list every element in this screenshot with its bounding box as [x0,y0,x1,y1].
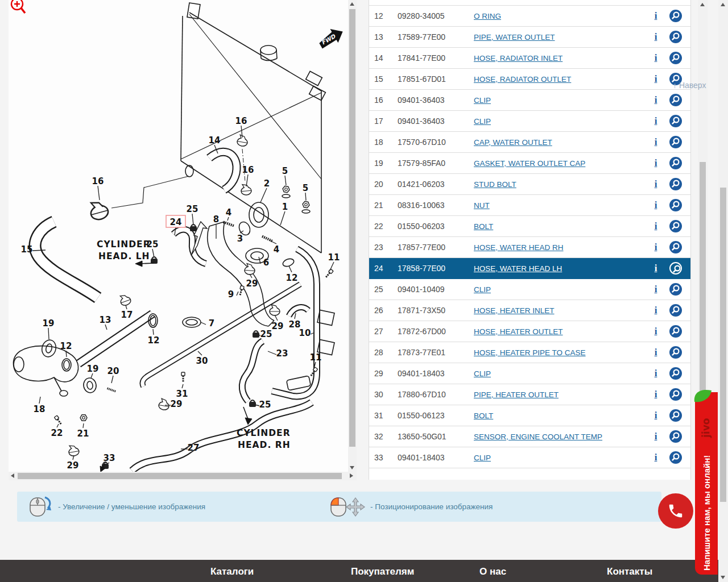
info-icon[interactable]: i [651,431,661,442]
table-row[interactable]: 13 17589-77E00 PIPE, WATER OUTLET i [369,27,690,48]
info-icon[interactable]: i [651,263,661,274]
part-name-link[interactable]: STUD BOLT [474,180,516,189]
table-row[interactable]: 31 01550-06123 BOLT i [369,405,690,426]
diagram-hscroll-thumb[interactable] [18,473,342,479]
part-name-link[interactable]: CLIP [474,285,491,294]
diagram-vscroll-thumb[interactable] [349,9,355,447]
magnifier-icon[interactable] [669,241,682,253]
part-name-link[interactable]: CLIP [474,96,491,105]
table-row[interactable]: 22 01550-06203 BOLT i [369,216,690,237]
scroll-down-arrow[interactable] [721,576,725,579]
part-name-link[interactable]: CAP, WATER OUTLET [474,138,552,147]
part-name-link[interactable]: BOLT [474,222,493,231]
info-icon[interactable]: i [651,284,661,295]
part-name-link[interactable]: BOLT [474,411,493,420]
magnifier-icon[interactable] [669,367,682,380]
magnifier-icon[interactable] [669,178,682,190]
diagram-horizontal-scrollbar[interactable] [9,472,357,480]
table-row[interactable]: 15 17851-67D01 HOSE, RADIATOR OUTLET i [369,69,690,90]
magnifier-icon[interactable] [669,115,682,127]
info-icon[interactable]: i [651,10,661,22]
part-name-link[interactable]: O RING [474,12,501,20]
info-icon[interactable]: i [651,52,661,64]
part-name-link[interactable]: HOSE, RADIATOR OUTLET [474,75,571,84]
info-icon[interactable]: i [651,178,661,190]
table-row[interactable]: 24 17858-77E00 HOSE, WATER HEAD LH i [369,258,690,279]
part-name-link[interactable]: PIPE, HEATER OUTLET [474,390,559,399]
part-name-link[interactable]: HOSE, HEATER INLET [474,306,555,315]
part-name-link[interactable]: HOSE, RADIATOR INLET [474,54,562,63]
magnifier-icon[interactable] [669,388,682,401]
magnifier-icon[interactable] [669,409,682,422]
table-row[interactable]: 17 09401-36403 CLIP i [369,111,690,132]
part-name-link[interactable]: CLIP [474,369,491,378]
magnifier-icon[interactable] [669,430,682,443]
table-row[interactable]: 12 09280-34005 O RING i [369,6,690,27]
scroll-left-arrow[interactable] [11,473,14,478]
parts-diagram-panel[interactable]: FWD [0,0,369,481]
table-row[interactable]: 29 09401-18403 CLIP i [369,363,690,384]
back-to-top-link[interactable]: ↑ Наверх [673,81,706,90]
info-icon[interactable]: i [651,136,661,148]
scroll-up-arrow[interactable] [350,2,354,6]
info-icon[interactable]: i [651,73,661,85]
table-row[interactable]: 23 17857-77E00 HOSE, WATER HEAD RH i [369,237,690,258]
table-row[interactable]: 33 09401-18403 CLIP i [369,447,690,468]
info-icon[interactable]: i [651,157,661,169]
jivo-chat-tab[interactable]: jivo Напишите нам, мы онлайн! [695,392,718,575]
scroll-right-arrow[interactable] [350,473,353,478]
magnifier-icon[interactable] [669,136,682,148]
part-name-link[interactable]: HOSE, HEATER OUTLET [474,327,563,336]
magnifier-icon[interactable] [669,94,682,106]
magnifier-icon[interactable] [669,262,682,275]
info-icon[interactable]: i [651,389,661,400]
table-row[interactable]: 21 08316-10063 NUT i [369,195,690,216]
scroll-up-arrow[interactable] [700,3,705,6]
scroll-up-arrow[interactable] [721,3,725,6]
table-row[interactable]: 18 17570-67D10 CAP, WATER OUTLET i [369,132,690,153]
magnifier-icon[interactable] [669,199,682,211]
part-name-link[interactable]: HOSE, WATER HEAD LH [474,264,562,273]
part-name-link[interactable]: HOSE, WATER HEAD RH [474,243,564,252]
page-vertical-scrollbar[interactable] [718,0,728,582]
info-icon[interactable]: i [651,242,661,253]
magnifier-icon[interactable] [669,157,682,169]
footer-link[interactable]: Покупателям [351,566,414,577]
magnifier-icon[interactable] [669,346,682,359]
magnifier-icon[interactable] [669,451,682,464]
part-name-link[interactable]: SENSOR, ENGINE COOLANT TEMP [474,433,602,441]
part-name-link[interactable]: PIPE, WATER OUTLET [474,33,555,41]
scroll-down-arrow[interactable] [350,466,354,469]
magnifier-icon[interactable] [669,10,682,22]
info-icon[interactable]: i [651,347,661,358]
table-row[interactable]: 14 17841-77E00 HOSE, RADIATOR INLET i [369,48,690,69]
phone-call-button[interactable] [658,493,693,529]
footer-link[interactable]: Контакты [607,566,652,577]
part-name-link[interactable]: GASKET, WATER OUTLET CAP [474,159,585,168]
part-name-link[interactable]: NUT [474,201,490,210]
footer-link[interactable]: Каталоги [210,566,254,577]
info-icon[interactable]: i [651,368,661,379]
magnifier-icon[interactable] [669,52,682,64]
table-row[interactable]: 25 09401-10409 CLIP i [369,279,690,300]
page-vscroll-thumb[interactable] [720,188,726,502]
table-row[interactable]: 19 17579-85FA0 GASKET, WATER OUTLET CAP … [369,153,690,174]
table-row[interactable]: 16 09401-36403 CLIP i [369,90,690,111]
footer-link[interactable]: О нас [479,566,506,577]
info-icon[interactable]: i [651,31,661,43]
info-icon[interactable]: i [651,326,661,337]
part-name-link[interactable]: HOSE, HEATER PIPE TO CASE [474,348,586,357]
table-row[interactable]: 20 01421-06203 STUD BOLT i [369,174,690,195]
magnifier-icon[interactable] [669,31,682,43]
info-icon[interactable]: i [651,94,661,106]
info-icon[interactable]: i [651,452,661,463]
info-icon[interactable]: i [651,221,661,232]
diagram-vertical-scrollbar[interactable] [348,0,357,472]
table-row[interactable]: 28 17873-77E01 HOSE, HEATER PIPE TO CASE… [369,342,690,363]
table-row[interactable]: 27 17872-67D00 HOSE, HEATER OUTLET i [369,321,690,342]
info-icon[interactable]: i [651,199,661,211]
magnifier-icon[interactable] [669,304,682,317]
part-name-link[interactable]: CLIP [474,454,491,462]
info-icon[interactable]: i [651,410,661,421]
part-name-link[interactable]: CLIP [474,117,491,126]
